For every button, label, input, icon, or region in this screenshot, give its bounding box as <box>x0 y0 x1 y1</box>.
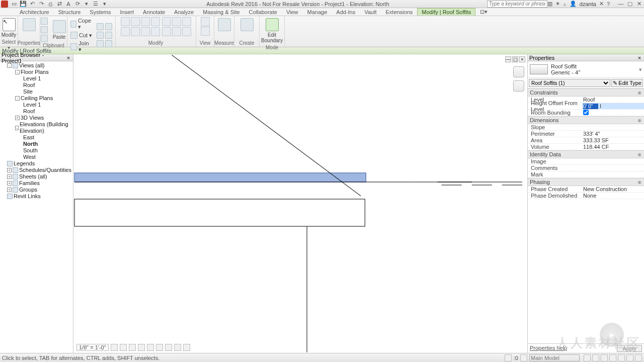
properties-help-link[interactable]: Properties help <box>530 345 567 352</box>
restore-view-icon[interactable]: ▢ <box>512 56 518 62</box>
status-icon-1[interactable] <box>505 354 512 361</box>
prop-checkbox[interactable] <box>583 110 589 115</box>
filter-count-icon[interactable] <box>635 354 642 361</box>
prop-input[interactable] <box>583 104 598 109</box>
tree-node[interactable]: -Views (all) <box>1 62 72 69</box>
tab-analyze[interactable]: Analyze <box>170 8 198 16</box>
tree-node[interactable]: Revit Links <box>1 193 72 200</box>
prop-value[interactable]: I <box>582 103 644 109</box>
expand-icon[interactable]: + <box>7 188 12 192</box>
user-name[interactable]: dzanta <box>580 1 596 7</box>
tab-structure[interactable]: Structure <box>54 8 86 16</box>
expand-icon[interactable]: + <box>15 116 20 120</box>
tree-node[interactable]: Legends <box>1 160 72 167</box>
expand-icon[interactable]: - <box>15 70 20 74</box>
tab-overflow[interactable]: ⊡▾ <box>475 8 492 16</box>
match-button[interactable] <box>40 34 49 42</box>
split-icon[interactable] <box>141 27 150 36</box>
tree-node[interactable]: Roof <box>1 82 72 88</box>
workset-combo[interactable]: Main Model <box>529 354 580 361</box>
type-dropdown-icon[interactable]: ▾ <box>639 66 642 73</box>
maximize-button[interactable]: ▢ <box>626 1 634 7</box>
dropdown-icon[interactable]: ▾ <box>83 1 91 8</box>
prop-value[interactable]: Roof <box>582 97 644 103</box>
crop-view-icon[interactable] <box>147 344 154 351</box>
mirror-icon[interactable] <box>121 27 130 36</box>
view-scale[interactable]: 1/8" = 1'-0" <box>76 344 109 351</box>
exchange-icon[interactable]: ✶ <box>555 1 560 7</box>
prop-group-header[interactable]: Constraints⨳ <box>528 88 644 97</box>
app-icon[interactable] <box>1 1 8 8</box>
cut-geom-button[interactable]: Cut ▾ <box>69 31 94 39</box>
expand-icon[interactable]: - <box>15 126 19 130</box>
expand-icon[interactable]: + <box>7 168 12 172</box>
search-input[interactable] <box>487 1 547 8</box>
worksharing-icon[interactable] <box>183 344 190 351</box>
geom-icon-1[interactable] <box>96 23 113 31</box>
tab-modify-roof-soffits[interactable]: Modify | Roof Soffits <box>417 8 475 16</box>
array-icon[interactable] <box>151 27 160 36</box>
properties-button[interactable] <box>21 17 38 32</box>
text-icon[interactable]: A <box>64 1 72 8</box>
tree-node[interactable]: -Floor Plans <box>1 69 72 75</box>
paste-button[interactable]: Paste <box>51 19 68 41</box>
geom-icon-3[interactable] <box>96 40 113 48</box>
tab-extensions[interactable]: Extensions <box>381 8 417 16</box>
geom-icon-2[interactable] <box>96 31 113 39</box>
measure-button[interactable] <box>216 17 233 32</box>
prop-row[interactable]: Area333.33 SF <box>528 137 644 144</box>
instance-selector[interactable]: Roof Soffits (1) <box>529 79 610 87</box>
tab-systems[interactable]: Systems <box>85 8 115 16</box>
favorites-icon[interactable]: ✕ <box>599 1 604 7</box>
expand-icon[interactable]: + <box>7 174 12 179</box>
tree-node[interactable]: +Groups <box>1 187 72 193</box>
qat-menu-icon[interactable]: ▾ <box>101 1 109 8</box>
tree-node[interactable]: South <box>1 147 72 154</box>
prop-row[interactable]: Perimeter333' 4" <box>528 131 644 137</box>
user-icon[interactable]: 👤 <box>570 1 577 7</box>
tree-node[interactable]: -Elevations (Building Elevation) <box>1 121 72 134</box>
prop-row[interactable]: Slope <box>528 124 644 131</box>
nav-home-icon[interactable] <box>513 80 524 92</box>
select-face-icon[interactable] <box>618 354 625 361</box>
scale-icon[interactable] <box>182 17 191 26</box>
print-icon[interactable]: ⎙ <box>46 1 54 8</box>
tab-vault[interactable]: Vault <box>360 8 381 16</box>
tree-node[interactable]: +Sheets (all) <box>1 173 72 180</box>
modify-tool-button[interactable]: ↖Modify <box>0 17 18 39</box>
prop-row[interactable]: Phase CreatedNew Construction <box>528 186 644 193</box>
prop-row[interactable]: Comments <box>528 165 644 171</box>
unpin-icon[interactable] <box>162 27 171 36</box>
prop-value[interactable]: 118.44 CF <box>582 144 644 150</box>
type-selector[interactable]: Roof Soffit Generic - 4" ▾ <box>528 61 644 78</box>
apply-button[interactable]: Apply <box>617 345 642 352</box>
minimize-view-icon[interactable]: — <box>505 56 511 62</box>
prop-value[interactable]: None <box>582 193 644 199</box>
copy-icon[interactable] <box>131 17 140 26</box>
tree-node[interactable]: Level 1 <box>1 102 72 108</box>
tab-manage[interactable]: Manage <box>303 8 332 16</box>
tab-view[interactable]: View <box>282 8 303 16</box>
reveal-hidden-icon[interactable] <box>174 344 181 351</box>
nav-wheel-icon[interactable] <box>513 66 524 77</box>
extend-icon[interactable] <box>182 27 191 36</box>
prop-row[interactable]: Volume118.44 CF <box>528 144 644 150</box>
visual-style-icon[interactable] <box>120 344 127 351</box>
prop-row[interactable]: Mark <box>528 171 644 178</box>
crop-region-icon[interactable] <box>156 344 163 351</box>
properties-close-icon[interactable]: × <box>636 55 642 61</box>
trim-icon[interactable] <box>151 17 160 26</box>
close-button[interactable]: ✕ <box>635 1 643 7</box>
prop-value[interactable] <box>582 110 644 116</box>
tree-node[interactable]: +3D Views <box>1 115 72 121</box>
rotate-icon[interactable] <box>141 17 150 26</box>
close-view-icon[interactable]: × <box>519 56 525 62</box>
tree-node[interactable]: North <box>1 141 72 147</box>
tab-architecture[interactable]: Architecture <box>15 8 54 16</box>
expand-icon[interactable]: - <box>7 63 12 68</box>
align-icon[interactable] <box>162 17 171 26</box>
minimize-button[interactable]: — <box>617 1 625 7</box>
sun-path-icon[interactable] <box>129 344 136 351</box>
selection-filter-icon[interactable] <box>584 354 591 361</box>
tab-annotate[interactable]: Annotate <box>138 8 170 16</box>
